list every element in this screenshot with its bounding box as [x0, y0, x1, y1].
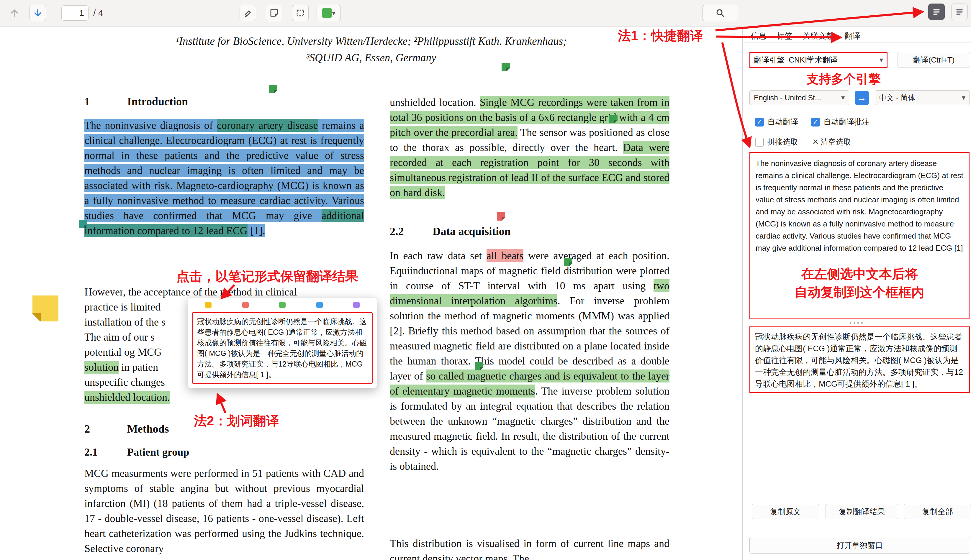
page-number-input[interactable]: 1 [62, 5, 88, 21]
pdf-page: ¹Institute for BioScience, University Wi… [0, 27, 742, 560]
highlight-color-buttons[interactable] [188, 298, 377, 310]
result-text-box[interactable]: 冠状动脉疾病的无创性诊断仍然是一个临床挑战。这些患者的静息心电图( ECG )通… [749, 327, 970, 393]
chevron-down-icon: ▾ [962, 94, 965, 101]
translation-panel: 信息 标签 关联文献 翻译 翻译引擎 CNKI学术翻译 ▾ 翻译(Ctrl+T)… [743, 27, 971, 560]
page-up-button[interactable] [6, 5, 23, 21]
highlight-color-dot[interactable] [353, 302, 360, 308]
section-heading-patient-group: 2.1Patient group [84, 446, 189, 458]
engine-row: 翻译引擎 CNKI学术翻译 ▾ [749, 52, 888, 68]
close-icon: ✕ [812, 137, 819, 147]
arrow-right-icon: → [858, 93, 866, 103]
sidebar-panel-icon [931, 7, 941, 17]
chevron-down-icon: ▾ [332, 10, 335, 17]
inverse-problem-paragraph[interactable]: In each raw data set all beats were aver… [390, 248, 669, 474]
source-language-value: English - United St... [754, 93, 821, 102]
arrow-up-icon [10, 8, 20, 18]
guide-method2-note: 法2：划词翻译 [194, 412, 279, 430]
copy-result-button[interactable]: 复制翻译结果 [826, 504, 898, 519]
clear-selection-button[interactable]: ✕ 清空选取 [812, 137, 851, 147]
highlighter-icon [243, 8, 253, 18]
color-swatch-green [322, 8, 332, 18]
word-translation-popup: 冠状动脉疾病的无创性诊断仍然是一个临床挑战。这些患者的静息心电图( ECG )通… [188, 297, 377, 388]
area-select-tool-button[interactable] [292, 5, 309, 21]
highlight-color-dot[interactable] [205, 302, 212, 308]
section-heading-data-acquisition: 2.2Data acquisition [390, 225, 511, 238]
copy-source-button[interactable]: 复制原文 [752, 504, 819, 519]
chevron-down-icon: ▾ [841, 94, 845, 101]
guide-keep-note: 点击，以笔记形式保留翻译结果 [177, 268, 358, 285]
highlight-tool-button[interactable] [240, 5, 256, 21]
document-list-icon [954, 7, 964, 17]
source-text-box[interactable]: The noninvasive diagnosis of coronary ar… [749, 152, 969, 319]
annotations-toggle-button[interactable] [951, 3, 968, 20]
concat-selection-checkbox[interactable] [755, 138, 764, 147]
tab-info[interactable]: 信息 [751, 31, 767, 41]
panel-splitter[interactable]: •••• [743, 320, 971, 327]
engine-select[interactable]: CNKI学术翻译 ▾ [789, 55, 883, 65]
target-language-select[interactable]: 中文 - 简体 ▾ [875, 90, 970, 105]
popup-translation-text: 冠状动脉疾病的无创性诊断仍然是一个临床挑战。这些患者的静息心电图( ECG )通… [192, 312, 373, 384]
acquisition-intro-paragraph[interactable]: unshielded location. Single MCG recordin… [390, 95, 669, 200]
highlight-color-dot[interactable] [242, 302, 249, 308]
tab-translate[interactable]: 翻译 [844, 31, 860, 41]
tab-related[interactable]: 关联文献 [802, 31, 834, 41]
translate-button[interactable]: 翻译(Ctrl+T) [898, 52, 970, 68]
guide-method1-note: 法1：快捷翻译 [618, 27, 703, 45]
clear-selection-label: 清空选取 [821, 137, 851, 147]
engine-label: 翻译引擎 [754, 55, 784, 65]
search-icon [715, 8, 725, 18]
auto-translate-checkbox[interactable]: ✓ [755, 118, 764, 127]
auto-translate-label: 自动翻译 [767, 117, 798, 127]
visualisation-paragraph[interactable]: This distribution is visualised in form … [390, 536, 669, 560]
highlight-color-picker[interactable]: ▾ [317, 5, 341, 21]
section-heading-methods: 2Methods [84, 422, 169, 435]
guide-engines-note: 支持多个引擎 [779, 71, 908, 87]
highlight-color-dot[interactable] [279, 302, 285, 308]
sidebar-toggle-active-button[interactable] [928, 3, 945, 20]
concat-selection-label: 拼接选取 [767, 137, 798, 147]
source-text: The noninvasive diagnosis of coronary ar… [756, 157, 963, 254]
toolbar: 1 / 4 ▾ [0, 0, 971, 27]
arrow-down-icon [33, 8, 43, 18]
search-button[interactable] [702, 5, 738, 21]
patient-group-paragraph[interactable]: MCG measurments were performed in 51 pat… [84, 466, 364, 560]
app-window: 1 / 4 ▾ [0, 0, 971, 560]
section-heading-introduction: 1Introduction [84, 95, 188, 108]
swap-languages-button[interactable]: → [855, 91, 869, 105]
intro-paragraph[interactable]: The noninvasive diagnosis of coronary ar… [84, 118, 364, 238]
auto-translate-annotation-label: 自动翻译批注 [824, 117, 869, 127]
guide-auto-copy-note: 在左侧选中文本后将 自动复制到这个框框内 [756, 265, 963, 302]
page-total-label: / 4 [93, 5, 103, 21]
open-separate-window-button[interactable]: 打开单独窗口 [749, 537, 970, 553]
auto-translate-annotation-checkbox[interactable]: ✓ [811, 118, 820, 127]
page-down-button[interactable] [30, 5, 46, 21]
note-tool-button[interactable] [266, 5, 282, 21]
chevron-down-icon: ▾ [879, 56, 883, 63]
source-language-select[interactable]: English - United St... ▾ [749, 90, 849, 105]
area-select-icon [295, 8, 305, 18]
copy-all-button[interactable]: 复制全部 [904, 504, 971, 519]
target-language-value: 中文 - 简体 [879, 93, 915, 103]
affiliation-line-2: ³SQUID AG, Essen, Germany [0, 51, 742, 64]
panel-tabs: 信息 标签 关联文献 翻译 [743, 30, 971, 43]
note-icon [269, 8, 279, 18]
highlight-color-dot[interactable] [316, 302, 323, 308]
engine-value: CNKI学术翻译 [789, 55, 838, 65]
tab-tags[interactable]: 标签 [777, 31, 792, 41]
